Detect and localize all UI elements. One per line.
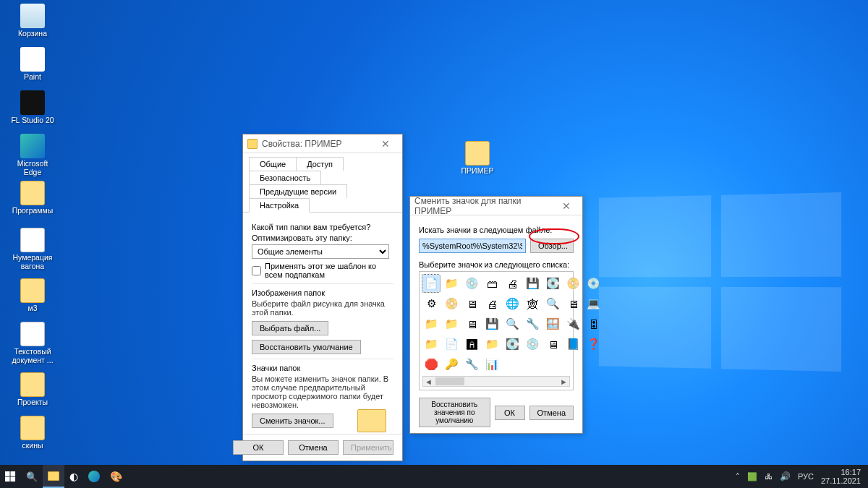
icon-option[interactable]: 📁 — [422, 315, 440, 333]
icon-option[interactable]: 🖥 — [544, 335, 561, 353]
icon-option[interactable]: 📄 — [422, 275, 440, 292]
restore-default-image-button[interactable]: Восстановить умолчание — [252, 340, 361, 354]
icon-option[interactable]: 🎛 — [584, 315, 602, 333]
icon-option[interactable]: 🔑 — [443, 356, 460, 373]
desktop-icon-paint[interactable]: Paint — [7, 47, 58, 82]
folder-icon-preview — [357, 409, 386, 432]
clock[interactable]: 16:17 27.11.2021 — [821, 468, 861, 485]
scroll-left-icon[interactable]: ◄ — [423, 377, 434, 386]
icon-option[interactable]: 🔌 — [564, 315, 582, 333]
browse-button[interactable]: Обзор... — [530, 239, 574, 253]
desktop-icon-нумерация-вагона[interactable]: Нумерация вагона — [7, 228, 58, 270]
desktop-icon-label: Программы — [7, 207, 58, 215]
icon-option[interactable]: 🔧 — [463, 356, 480, 373]
scroll-right-icon[interactable]: ► — [558, 377, 569, 386]
desktop-icon-label: ПРИМЕР — [452, 167, 503, 176]
desktop-icon-программы[interactable]: Программы — [7, 181, 58, 215]
icon-option[interactable]: 📘 — [564, 335, 582, 353]
restore-defaults-button[interactable]: Восстановить значения по умолчанию — [419, 398, 490, 427]
tab-customize[interactable]: Настройка — [249, 198, 310, 213]
icon-file-path-input[interactable] — [419, 239, 526, 253]
change-icon-ok-button[interactable]: ОК — [495, 406, 525, 420]
label-folder-images: Изображения папок — [252, 288, 393, 297]
close-icon[interactable]: ✕ — [554, 200, 578, 212]
icon-option[interactable]: 📄 — [443, 335, 460, 353]
apply-subfolders-checkbox[interactable]: Применять этот же шаблон ко всем подпапк… — [252, 262, 393, 279]
icon-option[interactable]: 🖨 — [503, 275, 521, 292]
taskbar-edge[interactable] — [83, 465, 105, 488]
svg-rect-2 — [5, 476, 10, 481]
icon-option[interactable]: 🔍 — [544, 295, 561, 312]
tray-expand-icon[interactable]: ˄ — [736, 472, 740, 481]
volume-icon[interactable]: 🔊 — [780, 471, 791, 481]
desktop-icon-microsoft-edge[interactable]: Microsoft Edge — [7, 134, 58, 176]
icon-option[interactable]: 📁 — [443, 315, 460, 333]
doc-icon — [20, 228, 45, 252]
icon-option[interactable]: 💽 — [503, 335, 521, 353]
icon-option[interactable]: 📁 — [483, 335, 501, 353]
tab-security[interactable]: Безопасность — [249, 171, 321, 184]
desktop-icon-label: Microsoft Edge — [7, 160, 58, 176]
icon-option[interactable]: ❓ — [584, 335, 602, 353]
properties-ok-button[interactable]: ОК — [233, 440, 284, 455]
taskbar-explorer[interactable] — [43, 465, 64, 488]
change-icon-titlebar[interactable]: Сменить значок для папки ПРИМЕР ✕ — [410, 197, 582, 215]
icon-option[interactable]: 📀 — [443, 295, 460, 312]
icon-option[interactable]: 💾 — [483, 315, 501, 333]
tab-sharing[interactable]: Доступ — [296, 157, 344, 171]
icon-option[interactable]: 🖥 — [463, 295, 480, 312]
tab-general[interactable]: Общие — [249, 157, 297, 171]
icon-option[interactable]: 📀 — [564, 275, 582, 292]
icon-option[interactable]: 🕸 — [524, 295, 541, 312]
icon-option[interactable]: 🔍 — [503, 315, 521, 333]
scroll-thumb[interactable] — [435, 377, 464, 385]
icon-option[interactable]: 🖨 — [483, 295, 501, 312]
icon-option[interactable]: 💽 — [544, 275, 561, 292]
properties-titlebar[interactable]: Свойства: ПРИМЕР ✕ — [243, 134, 402, 153]
desktop-icon-скины[interactable]: скины — [7, 416, 58, 450]
icon-option[interactable]: 📁 — [443, 275, 460, 292]
icon-option[interactable]: 💿 — [524, 335, 541, 353]
icon-option[interactable]: 💿 — [584, 275, 602, 292]
taskbar-steam[interactable]: ◐ — [64, 465, 83, 488]
apply-subfolders-input[interactable] — [252, 266, 261, 275]
desktop-icon-текстовый-документ-[interactable]: Текстовый документ ... — [7, 322, 58, 364]
taskbar-search-button[interactable]: 🔍 — [21, 465, 43, 488]
icon-option[interactable]: 💿 — [463, 275, 480, 292]
icon-option[interactable]: 💾 — [524, 275, 541, 292]
desktop-icon-fl-studio-20[interactable]: FL Studio 20 — [7, 90, 58, 125]
icon-option[interactable]: 🌐 — [503, 295, 521, 312]
icon-option[interactable]: 🖥 — [463, 315, 480, 333]
desktop-icon-пример[interactable]: ПРИМЕР — [452, 141, 503, 176]
label-icon-list: Выберите значок из следующего списка: — [419, 260, 574, 269]
icon-grid[interactable]: 📄📁💿🗃🖨💾💽📀💿⚙📀🖥🖨🌐🕸🔍🖥💻📁📁🖥💾🔍🔧🪟🔌🎛📁📄🅰📁💽💿🖥📘❓🛑🔑🔧📊 — [422, 275, 570, 373]
network-icon[interactable]: 🖧 — [765, 472, 773, 481]
icon-option[interactable]: 📊 — [483, 356, 501, 373]
icon-option[interactable]: 🪟 — [544, 315, 561, 333]
start-button[interactable] — [0, 465, 21, 488]
icon-option[interactable]: 🛑 — [422, 356, 440, 373]
icon-option[interactable]: 🗃 — [483, 275, 501, 292]
desktop-icon-м3[interactable]: м3 — [7, 278, 58, 313]
icon-option[interactable]: 📁 — [422, 335, 440, 353]
change-icon-cancel-button[interactable]: Отмена — [529, 406, 574, 420]
icon-option[interactable]: 💻 — [584, 295, 602, 312]
taskbar-paint[interactable]: 🎨 — [105, 465, 127, 488]
desktop-icon-корзина[interactable]: Корзина — [7, 4, 58, 38]
icon-option[interactable]: ⚙ — [422, 295, 440, 312]
properties-apply-button[interactable]: Применить — [343, 440, 393, 455]
icon-grid-scrollbar[interactable]: ◄ ► — [422, 376, 570, 387]
choose-file-button[interactable]: Выбрать файл... — [252, 321, 328, 335]
optimize-select[interactable]: Общие элементы — [252, 244, 389, 259]
change-icon-button[interactable]: Сменить значок... — [252, 414, 333, 428]
language-indicator[interactable]: РУС — [798, 472, 814, 481]
desktop-icon-проекты[interactable]: Проекты — [7, 372, 58, 407]
icon-option[interactable]: 🅰 — [463, 335, 480, 353]
tab-previous-versions[interactable]: Предыдущие версии — [249, 184, 347, 198]
icon-option[interactable]: 🖥 — [564, 295, 582, 312]
close-icon[interactable]: ✕ — [373, 138, 398, 150]
tray-app-icon[interactable]: 🟩 — [747, 472, 757, 481]
icon-option[interactable]: 🔧 — [524, 315, 541, 333]
properties-cancel-button[interactable]: Отмена — [288, 440, 339, 455]
system-tray[interactable]: ˄ 🟩 🖧 🔊 РУС 16:17 27.11.2021 — [728, 468, 868, 485]
